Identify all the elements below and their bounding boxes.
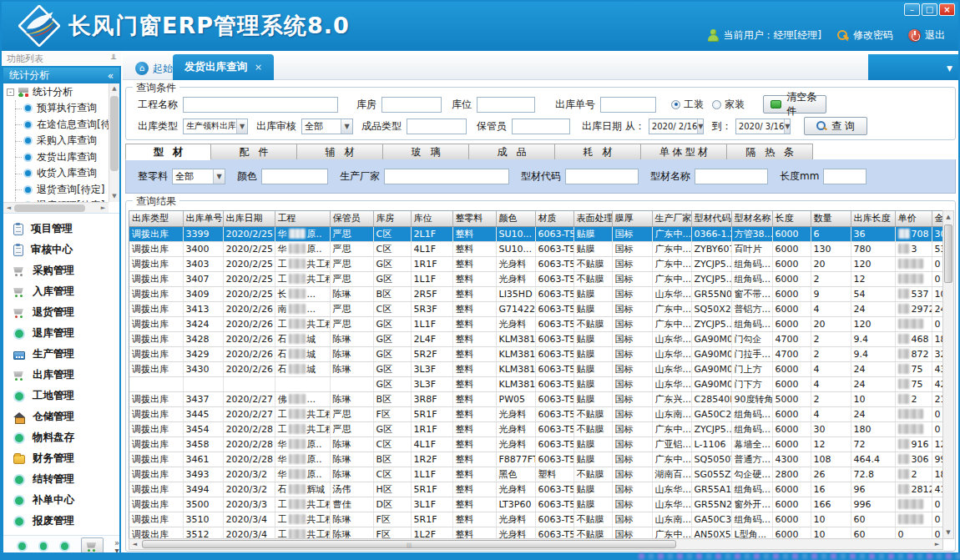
module-dot-icon[interactable]	[17, 541, 28, 552]
product-type-input[interactable]	[407, 119, 467, 134]
table-row[interactable]: 调拨出库34132020/2/26南...严思C区5R3F整料G71422606…	[129, 301, 943, 316]
project-name-input[interactable]	[183, 97, 338, 113]
table-row[interactable]: 调拨出库34372020/2/27佛...陈琳B区3R8F整料PW056063-…	[129, 391, 943, 406]
sidebar-item-8[interactable]: 工地管理	[3, 386, 119, 406]
table-row[interactable]: 调拨出库34582020/2/28华原..陈琳C区4L1F整料光身料6063-T…	[129, 436, 943, 452]
tree-item-1[interactable]: 在途信息查询[待	[3, 117, 109, 134]
scroll-right-icon[interactable]: ►	[98, 204, 109, 211]
column-header[interactable]: 型材代码	[691, 211, 731, 226]
column-header[interactable]: 材质	[535, 211, 573, 226]
table-row[interactable]: 调拨出库34542020/2/28工共工程严思G区1R1F整料光身料6063-T…	[129, 421, 943, 436]
warehouse-input[interactable]	[381, 97, 442, 113]
change-password-button[interactable]: 修改密码	[836, 28, 893, 43]
sidebar-item-7[interactable]: 出库管理	[3, 365, 119, 386]
tree-horizontal-scrollbar[interactable]: ◄ ►	[3, 202, 109, 213]
scroll-left-icon[interactable]: ◄	[3, 204, 14, 211]
table-row[interactable]: 调拨出库35002020/3/3工共工程曹佳D区3L1F整料LT3P606063…	[129, 497, 943, 512]
material-tab-3[interactable]: 玻璃	[383, 144, 469, 160]
column-header[interactable]: 金额	[932, 211, 943, 226]
order-no-input[interactable]	[600, 97, 656, 113]
grid-vscroll-thumb[interactable]	[944, 225, 952, 283]
tree-scroll-thumb[interactable]	[110, 96, 119, 171]
radio-gongzhuang[interactable]: 工装	[671, 98, 704, 112]
module-dot-icon[interactable]	[38, 541, 49, 552]
sidebar-item-3[interactable]: 入库管理	[3, 281, 119, 302]
date-from-picker[interactable]: 2020/ 2/16▼	[649, 119, 704, 134]
material-tab-4[interactable]: 成品	[469, 144, 555, 160]
logout-button[interactable]: 退出	[908, 28, 945, 43]
sidebar-item-4[interactable]: 退货管理	[3, 302, 119, 323]
column-header[interactable]: 表面处理	[573, 211, 612, 226]
scroll-up-icon[interactable]: ▲	[109, 83, 119, 94]
table-row[interactable]: 调拨出库34292020/2/26石城陈琳G区5R2F整料KLM38176063…	[129, 346, 943, 361]
sidebar-item-5[interactable]: 退库管理	[3, 323, 119, 344]
sidebar-item-2[interactable]: 采购管理	[3, 260, 119, 281]
scroll-up-icon[interactable]: ▲	[943, 211, 953, 223]
table-row[interactable]: 调拨出库34612020/2/28华原..陈琳B区1R2F整料F8877FT60…	[129, 452, 943, 467]
table-row[interactable]: 调拨出库34282020/2/26石城陈琳G区2L4F整料KLM38176063…	[129, 331, 943, 346]
column-header[interactable]: 型材名称	[731, 211, 772, 226]
material-tab-7[interactable]: 隔热条	[727, 144, 813, 160]
table-row[interactable]: 调拨出库34242020/2/26工共工程严思G区1L1F整料光身料6063-T…	[129, 316, 943, 331]
material-tab-0[interactable]: 型材	[125, 144, 211, 160]
scroll-right-icon[interactable]: ►	[932, 541, 942, 547]
table-row[interactable]: 调拨出库35122020/3/4工共工程陈琳F区1L2F整料光身料6063-T5…	[129, 527, 943, 539]
tree-root-statistics[interactable]: - 统计分析	[3, 83, 109, 100]
code-input[interactable]	[565, 169, 639, 184]
material-tab-5[interactable]: 耗材	[555, 144, 641, 160]
length-input[interactable]	[823, 169, 867, 184]
column-header[interactable]: 库位	[411, 211, 452, 226]
column-header[interactable]: 出库长度	[851, 211, 895, 226]
tab-shipping-outbound-query[interactable]: 发货出库查询 ×	[173, 54, 274, 80]
column-header[interactable]: 工程	[275, 211, 330, 226]
zhengling-select[interactable]: 全部▼	[172, 169, 225, 184]
column-header[interactable]: 出库类型	[129, 211, 183, 226]
column-header[interactable]: 膜厚	[612, 211, 652, 226]
tree-item-3[interactable]: 发货出库查询	[3, 149, 109, 166]
tab-close-icon[interactable]: ×	[255, 62, 262, 73]
radio-jiazhuang[interactable]: 家装	[712, 98, 745, 112]
sidebar-item-9[interactable]: 仓储管理	[3, 406, 119, 427]
column-header[interactable]: 库房	[373, 211, 411, 226]
sidebar-item-10[interactable]: 物料盘存	[3, 427, 119, 448]
tree-hscroll-thumb[interactable]	[14, 204, 85, 212]
out-type-select[interactable]: 生产领料出库▼	[183, 119, 248, 134]
tree-item-5[interactable]: 退货查询[待定]	[3, 182, 109, 199]
sidebar-item-0[interactable]: 项目管理	[3, 219, 119, 240]
column-header[interactable]: 整零料	[452, 211, 496, 226]
factory-input[interactable]	[384, 169, 509, 184]
grid-hscroll-thumb[interactable]: |||	[142, 540, 676, 548]
table-row[interactable]: 调拨出库35102020/3/4工共工程陈琳F区5R1F整料光身料6063-T5…	[129, 512, 943, 527]
tree-item-2[interactable]: 采购入库查询	[3, 133, 109, 149]
audit-select[interactable]: 全部▼	[301, 119, 353, 134]
table-row[interactable]: 调拨出库34032020/2/25工共工程严思G区1R1F整料光身料6063-T…	[129, 256, 943, 271]
name-input[interactable]	[695, 169, 768, 184]
pin-icon[interactable]: ╨	[111, 54, 116, 63]
column-header[interactable]: 单价	[895, 211, 932, 226]
tree-vertical-scrollbar[interactable]: ▲ ▼	[109, 83, 119, 202]
column-header[interactable]: 出库单号	[183, 211, 223, 226]
sidebar-item-12[interactable]: 结转管理	[3, 469, 119, 490]
table-row[interactable]: 调拨出库34072020/2/25工共工程严思G区1L1F整料光身料6063-T…	[129, 271, 943, 286]
location-input[interactable]	[477, 97, 535, 113]
material-tab-6[interactable]: 单体型材	[641, 144, 727, 160]
column-header[interactable]: 长度	[772, 211, 811, 226]
maximize-button[interactable]: □	[922, 3, 937, 16]
sidebar-item-6[interactable]: 生产管理	[3, 344, 119, 365]
sidebar-item-11[interactable]: 财务管理	[3, 448, 119, 469]
collapse-icon[interactable]: «	[108, 70, 114, 82]
color-input[interactable]	[261, 169, 328, 184]
grid-vertical-scrollbar[interactable]: ▲ ▼	[942, 210, 954, 539]
column-header[interactable]: 生产厂家	[652, 211, 691, 226]
column-header[interactable]: 颜色	[496, 211, 535, 226]
sidebar-item-14[interactable]: 报废管理	[3, 511, 119, 532]
table-row[interactable]: 调拨出库34302020/2/26石城陈琳G区3L3F整料KLM38176063…	[129, 361, 943, 376]
module-dot-icon[interactable]	[59, 541, 70, 552]
sidebar-item-13[interactable]: 补单中心	[3, 490, 119, 511]
search-button[interactable]: 查 询	[804, 117, 867, 135]
close-button[interactable]: ×	[939, 3, 955, 16]
column-header[interactable]: 出库日期	[223, 211, 275, 226]
sidebar-item-1[interactable]: 审核中心	[3, 240, 119, 260]
material-tab-2[interactable]: 辅材	[297, 144, 383, 160]
table-row[interactable]: 调拨出库34002020/2/25华原..严思C区4L1F整料SU10...60…	[129, 241, 943, 256]
